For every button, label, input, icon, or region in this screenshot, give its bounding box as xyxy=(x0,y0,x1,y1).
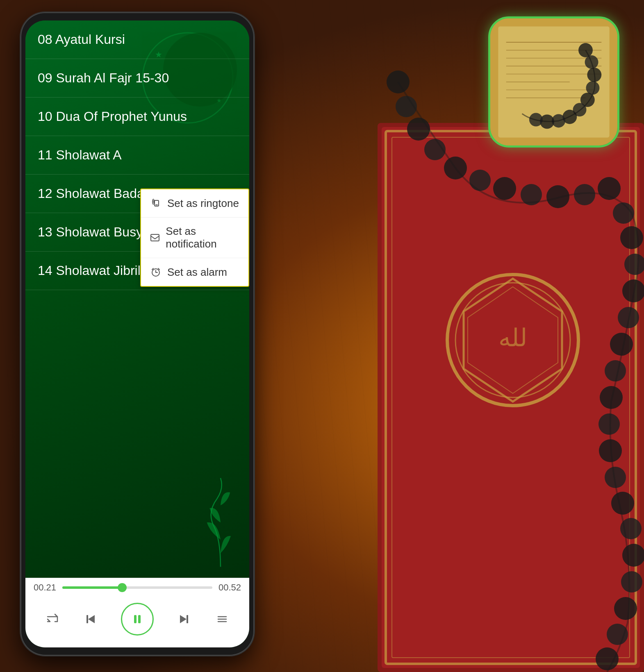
player-area: 00.21 00.52 xyxy=(25,578,249,647)
progress-fill xyxy=(62,586,122,589)
alarm-label: Set as alarm xyxy=(167,266,227,279)
phone-ring-icon xyxy=(149,197,162,210)
song-title-11: 11 Sholawat A xyxy=(38,148,122,162)
song-item-10[interactable]: 10 Dua Of Prophet Yunus xyxy=(25,98,249,136)
song-item-09[interactable]: 09 Surah Al Fajr 15-30 xyxy=(25,59,249,98)
song-title-09: 09 Surah Al Fajr 15-30 xyxy=(38,70,169,85)
alarm-icon xyxy=(149,266,162,279)
app-icon xyxy=(488,16,619,148)
phone-screen: ★ ★ 08 Ayatul Kursi 09 Surah Al Fajr 15-… xyxy=(25,20,249,647)
svg-rect-70 xyxy=(138,615,141,623)
song-title-10: 10 Dua Of Prophet Yunus xyxy=(38,109,187,124)
context-menu-alarm[interactable]: Set as alarm xyxy=(141,258,248,286)
song-item-11[interactable]: 11 Sholawat A xyxy=(25,136,249,175)
progress-thumb[interactable] xyxy=(118,583,127,592)
svg-marker-71 xyxy=(180,615,187,623)
svg-rect-68 xyxy=(86,615,88,623)
phone-mockup: ★ ★ 08 Ayatul Kursi 09 Surah Al Fajr 15-… xyxy=(20,12,254,656)
progress-bar-container: 00.21 00.52 xyxy=(34,582,241,593)
song-list: 08 Ayatul Kursi 09 Surah Al Fajr 15-30 1… xyxy=(25,20,249,578)
notification-label: Set as notification xyxy=(166,225,240,250)
svg-marker-67 xyxy=(88,615,95,623)
song-title-08: 08 Ayatul Kursi xyxy=(38,32,125,47)
progress-track[interactable] xyxy=(62,586,212,589)
next-button[interactable] xyxy=(177,612,191,627)
svg-rect-72 xyxy=(187,615,188,623)
phone-outer: ★ ★ 08 Ayatul Kursi 09 Surah Al Fajr 15-… xyxy=(20,12,254,656)
song-title-14: 14 Sholawat Jibril xyxy=(38,263,141,278)
svg-rect-65 xyxy=(151,234,159,241)
pause-button[interactable] xyxy=(121,603,154,636)
prev-button[interactable] xyxy=(83,612,98,627)
context-menu-notification[interactable]: Set as notification xyxy=(141,218,248,258)
song-title-13: 13 Sholawat Busyro xyxy=(38,225,155,239)
song-item-08[interactable]: 08 Ayatul Kursi xyxy=(25,20,249,59)
current-time: 00.21 xyxy=(34,582,58,593)
notification-icon xyxy=(149,231,161,244)
playlist-button[interactable] xyxy=(215,612,230,627)
ringtone-label: Set as ringtone xyxy=(167,197,239,210)
context-menu-ringtone[interactable]: Set as ringtone xyxy=(141,189,248,218)
total-time: 00.52 xyxy=(216,582,241,593)
repeat-button[interactable] xyxy=(45,612,60,627)
context-menu: Set as ringtone Set as notification xyxy=(140,188,249,287)
controls-row xyxy=(34,595,241,643)
svg-rect-69 xyxy=(134,615,137,623)
song-title-12: 12 Sholawat Badar xyxy=(38,186,148,201)
